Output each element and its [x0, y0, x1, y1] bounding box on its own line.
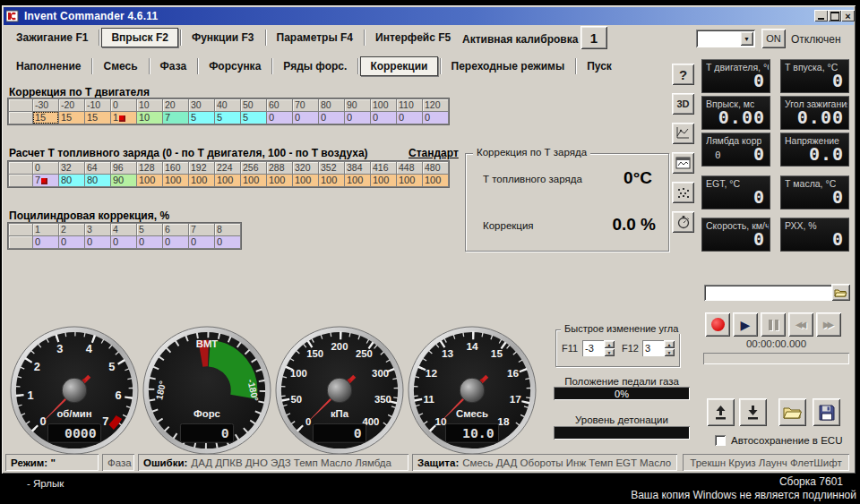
port-combobox[interactable]: ▼ — [696, 30, 755, 47]
table-cell[interactable]: 288 — [266, 161, 293, 175]
table-cell[interactable]: -10 — [84, 98, 111, 112]
tab-ignition-f1[interactable]: Зажигание F1 — [7, 29, 97, 47]
stopwatch-button[interactable] — [672, 211, 694, 233]
help-button[interactable]: ? — [672, 64, 694, 85]
table-cell[interactable]: 30 — [188, 98, 215, 112]
table-cell[interactable]: 1 — [32, 223, 59, 236]
f11-value[interactable]: -3 — [582, 340, 604, 356]
table-cell[interactable]: 0 — [396, 111, 423, 124]
rewind-button[interactable]: ◀◀ — [788, 312, 813, 337]
table-cell[interactable]: 100 — [136, 174, 163, 187]
table-cell[interactable]: 128 — [136, 161, 163, 175]
table-cell[interactable]: 100 — [188, 174, 215, 187]
table-cell[interactable]: 80 — [58, 174, 85, 187]
spin-up-icon[interactable]: ▲ — [664, 340, 675, 348]
close-button[interactable]: × — [841, 10, 855, 21]
table-cell[interactable]: 0 — [110, 98, 137, 112]
play-button[interactable]: ▶ — [733, 312, 758, 337]
table-cell[interactable]: 7 — [162, 111, 189, 124]
spin-up-icon[interactable]: ▲ — [604, 340, 615, 348]
table-cell[interactable]: 320 — [292, 161, 319, 175]
table-cell[interactable]: 0 — [136, 235, 163, 249]
row-header-cell[interactable] — [8, 111, 33, 124]
row-header-cell[interactable] — [8, 223, 33, 236]
table-cell[interactable]: 5 — [188, 111, 215, 124]
table-cell[interactable]: 20 — [162, 98, 189, 112]
table-cell[interactable]: 0 — [162, 235, 189, 249]
table-cell[interactable]: 50 — [240, 98, 267, 112]
table-cell[interactable]: 224 — [214, 161, 241, 175]
upload-to-ecu-button[interactable] — [707, 398, 735, 426]
table-cell[interactable]: 0 — [266, 111, 293, 124]
table-cell[interactable]: 5 — [214, 111, 241, 124]
tab-interface-f5[interactable]: Интерфейс F5 — [366, 29, 460, 47]
table-cell[interactable]: 40 — [214, 98, 241, 112]
table-cell[interactable]: 15 — [58, 111, 85, 124]
table-cell[interactable]: 80 — [318, 98, 345, 112]
table-cell[interactable]: 110 — [396, 98, 423, 112]
subtab-mixture[interactable]: Смесь — [94, 57, 146, 75]
record-button[interactable] — [705, 312, 730, 337]
table-cell[interactable]: 100 — [162, 174, 189, 187]
table-cell[interactable]: 256 — [240, 161, 267, 175]
open-log-button[interactable] — [831, 284, 850, 301]
tab-parameters-f4[interactable]: Параметры F4 — [268, 29, 363, 47]
oscilloscope-button[interactable] — [672, 152, 694, 174]
pause-button[interactable] — [761, 312, 786, 337]
table-cell[interactable]: 120 — [422, 98, 449, 112]
table-cell[interactable]: 15 — [84, 111, 111, 124]
maximize-button[interactable] — [828, 10, 841, 21]
table-cell[interactable]: -20 — [58, 98, 85, 112]
table-cell[interactable]: 0 — [32, 161, 59, 175]
table-cell[interactable]: 192 — [188, 161, 215, 175]
table-cell[interactable]: 100 — [344, 174, 371, 187]
table-cell[interactable]: 384 — [344, 161, 371, 175]
table-cell[interactable]: 100 — [266, 174, 293, 187]
table-cell[interactable]: 0 — [292, 111, 319, 124]
table-cell[interactable]: 15 — [32, 111, 59, 124]
table-cell[interactable]: 100 — [396, 174, 423, 187]
table-cell[interactable]: 2 — [58, 223, 85, 236]
table-cell[interactable]: 480 — [422, 161, 449, 175]
autosave-checkbox[interactable] — [715, 435, 726, 446]
table-cell[interactable]: 100 — [370, 174, 397, 187]
table-cell[interactable]: 100 — [292, 174, 319, 187]
table-cell[interactable]: 90 — [110, 174, 137, 187]
table-cell[interactable]: 0 — [84, 235, 111, 249]
table-cell[interactable]: 32 — [58, 161, 85, 175]
table-cell[interactable]: 0 — [318, 111, 345, 124]
table-cell[interactable]: 60 — [266, 98, 293, 112]
table-cell[interactable]: 416 — [370, 161, 397, 175]
fast-forward-button[interactable]: ▶▶ — [816, 312, 841, 337]
table-cell[interactable]: 0 — [214, 235, 241, 249]
table-cell[interactable]: 10 — [136, 111, 163, 124]
subtab-corrections[interactable]: Коррекции — [360, 56, 437, 76]
tab-functions-f3[interactable]: Функции F3 — [183, 29, 263, 47]
row-header-cell[interactable] — [8, 235, 33, 249]
combobox-dropdown-button[interactable]: ▼ — [740, 31, 753, 46]
table-cell[interactable]: 0 — [32, 235, 59, 249]
table-cell[interactable]: 0 — [58, 235, 85, 249]
table-cell[interactable]: 80 — [84, 174, 111, 187]
table-cell[interactable]: 0 — [422, 111, 449, 124]
3d-view-button[interactable]: 3D — [672, 93, 694, 115]
table-cell[interactable]: 8 — [214, 223, 241, 236]
table-cell[interactable]: 10 — [136, 98, 163, 112]
scatter-button[interactable] — [672, 182, 694, 203]
save-file-button[interactable] — [813, 398, 840, 426]
subtab-injector[interactable]: Форсунка — [200, 57, 270, 75]
table-cell[interactable]: 100 — [240, 174, 267, 187]
table-cell[interactable]: 100 — [318, 174, 345, 187]
table-cell[interactable]: 70 — [292, 98, 319, 112]
standard-link[interactable]: Стандарт — [408, 147, 459, 159]
table-cell[interactable]: 90 — [344, 98, 371, 112]
download-from-ecu-button[interactable] — [739, 398, 767, 426]
spin-down-icon[interactable]: ▼ — [664, 348, 675, 356]
table-cell[interactable]: 1 — [110, 111, 137, 124]
subtab-phase[interactable]: Фаза — [151, 57, 196, 75]
table-cell[interactable]: 5 — [240, 111, 267, 124]
table-cell[interactable]: 6 — [162, 223, 189, 236]
table-cell[interactable]: 0 — [344, 111, 371, 124]
row-header-cell[interactable] — [8, 174, 33, 187]
table-cell[interactable]: 100 — [370, 98, 397, 112]
